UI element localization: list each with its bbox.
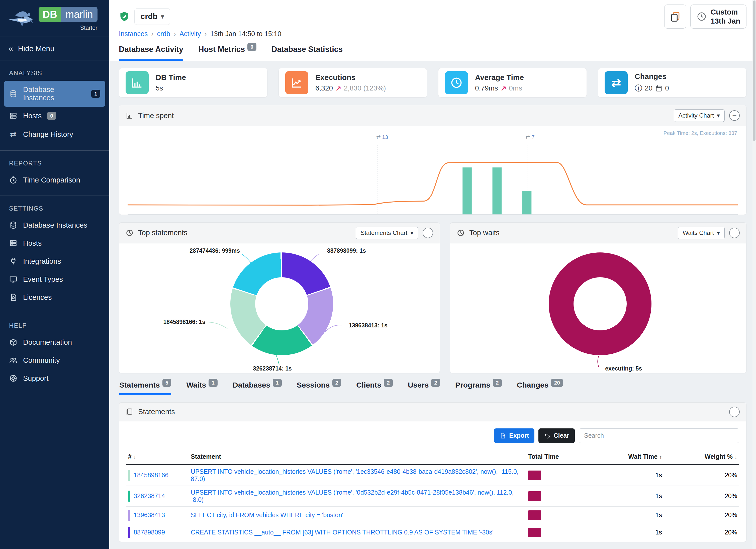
time-spent-chart[interactable]: Peak Time: 2s, Executions: 837 ⇄13 ⇄7 14… bbox=[119, 126, 746, 215]
table-row: 1845898166 UPSERT INTO vehicle_location_… bbox=[126, 465, 739, 486]
waits-donut[interactable] bbox=[549, 252, 651, 355]
statement-id-link[interactable]: 139638413 bbox=[134, 511, 165, 519]
file-export-icon bbox=[500, 432, 506, 439]
breadcrumb-link-activity[interactable]: Activity bbox=[179, 30, 201, 38]
statement-id-link[interactable]: 887898099 bbox=[134, 529, 165, 536]
sidebar-item-label: Community bbox=[23, 356, 60, 364]
clock-icon bbox=[9, 176, 18, 184]
scrollbar-thumb[interactable] bbox=[753, 1, 755, 141]
collapse-button[interactable]: − bbox=[423, 228, 433, 238]
tab-changes[interactable]: Changes20 bbox=[517, 381, 563, 395]
sidebar-item-documentation[interactable]: Documentation bbox=[0, 333, 109, 351]
wait-time-value: 1s bbox=[589, 486, 664, 506]
column-header-id[interactable]: # ↓ bbox=[126, 449, 189, 465]
tab-sessions[interactable]: Sessions2 bbox=[297, 381, 341, 395]
activity-chart-select[interactable]: Activity Chart ▾ bbox=[674, 109, 725, 122]
kpi-row: DB Time 5s Executions 6,320 ↗ 2,830 (123… bbox=[119, 68, 746, 98]
time-spent-panel: Time spent Activity Chart ▾ − Peak Time:… bbox=[119, 105, 746, 215]
change-marker[interactable]: ⇄13 bbox=[376, 134, 388, 140]
kpi-trend: 2,830 (123%) bbox=[344, 84, 386, 92]
tab-host-metrics[interactable]: Host Metrics0 bbox=[198, 45, 256, 61]
swap-icon: ⇄ bbox=[376, 134, 381, 140]
time-range-button[interactable]: Custom 13th Jan bbox=[690, 5, 746, 29]
kpi-trend: 0ms bbox=[509, 84, 522, 92]
collapse-button[interactable]: − bbox=[729, 228, 740, 238]
waits-chart-select[interactable]: Waits Chart ▾ bbox=[678, 227, 725, 239]
search-input[interactable] bbox=[579, 428, 739, 443]
package-icon bbox=[9, 338, 18, 346]
sidebar-item-label: Documentation bbox=[23, 338, 72, 346]
breadcrumb-separator: › bbox=[205, 30, 207, 38]
nav-section-help: HELP bbox=[0, 322, 109, 329]
top-header: crdb ▾ Custom 13th Jan Instances › crdb bbox=[109, 0, 756, 61]
tab-databases[interactable]: Databases1 bbox=[233, 381, 282, 395]
collapse-button[interactable]: − bbox=[729, 110, 740, 121]
export-button[interactable]: Export bbox=[494, 428, 534, 443]
sidebar-item-database-instances[interactable]: Database Instances 1 bbox=[4, 81, 105, 107]
vertical-scrollbar[interactable] bbox=[752, 0, 756, 549]
wait-time-value: 1s bbox=[589, 465, 664, 486]
statement-sql-link[interactable]: CREATE STATISTICS __auto__ FROM [63] WIT… bbox=[191, 529, 493, 536]
breadcrumb-current: 13th Jan 14:50 to 15:10 bbox=[210, 30, 281, 38]
sidebar-item-change-history[interactable]: ⇄ Change History bbox=[0, 125, 109, 144]
column-header-wait-time[interactable]: Wait Time ↑ bbox=[589, 449, 664, 465]
sidebar-item-time-comparison[interactable]: Time Comparison bbox=[0, 171, 109, 189]
tab-database-statistics[interactable]: Database Statistics bbox=[271, 45, 343, 61]
copy-button[interactable] bbox=[664, 5, 686, 29]
statement-sql-link[interactable]: UPSERT INTO vehicle_location_histories V… bbox=[191, 468, 519, 482]
instance-selector[interactable]: crdb ▾ bbox=[134, 8, 170, 25]
breadcrumb-link-crdb[interactable]: crdb bbox=[157, 30, 170, 38]
database-icon bbox=[9, 89, 18, 98]
kpi-value: 0.79ms bbox=[475, 84, 498, 92]
statements-chart-select[interactable]: Statements Chart ▾ bbox=[356, 227, 418, 239]
weight-value: 20% bbox=[664, 541, 739, 542]
count-badge: 2 bbox=[493, 379, 502, 387]
statements-donut[interactable] bbox=[230, 252, 333, 355]
statement-sql-link[interactable]: SELECT city, id FROM vehicles WHERE city… bbox=[191, 511, 343, 518]
breadcrumb: Instances › crdb › Activity › 13th Jan 1… bbox=[119, 30, 746, 38]
statement-id-link[interactable]: 1845898166 bbox=[134, 472, 168, 479]
tab-clients[interactable]: Clients2 bbox=[356, 381, 393, 395]
sidebar-item-hosts[interactable]: Hosts 0 bbox=[0, 107, 109, 125]
breadcrumb-separator: › bbox=[174, 30, 176, 38]
tab-database-activity[interactable]: Database Activity bbox=[119, 45, 183, 61]
shield-check-icon bbox=[119, 11, 130, 22]
chevron-down-icon: ▾ bbox=[717, 229, 720, 236]
collapse-button[interactable]: − bbox=[729, 407, 740, 417]
statement-id-link[interactable]: 326238714 bbox=[134, 492, 165, 500]
count-badge: 20 bbox=[551, 379, 563, 387]
sidebar-item-integrations[interactable]: Integrations bbox=[0, 252, 109, 270]
donut-label: 287474436: 999ms bbox=[162, 247, 240, 254]
trend-up-icon: ↗ bbox=[501, 84, 506, 93]
column-header-total-time[interactable]: Total Time bbox=[526, 449, 589, 465]
statements-donut-chart: 287474436: 999ms 887898099: 1s 184589816… bbox=[119, 243, 440, 373]
instance-name: crdb bbox=[141, 12, 157, 21]
sidebar-item-licences[interactable]: Licences bbox=[0, 288, 109, 306]
info-icon: ⓘ bbox=[635, 83, 642, 94]
sidebar-item-label: Support bbox=[23, 374, 49, 383]
statement-sql-link[interactable]: UPSERT INTO vehicle_location_histories V… bbox=[191, 489, 514, 503]
tab-users[interactable]: Users2 bbox=[408, 381, 440, 395]
server-icon bbox=[9, 239, 18, 247]
total-time-bar bbox=[528, 471, 541, 480]
tab-waits[interactable]: Waits1 bbox=[186, 381, 218, 395]
sidebar-item-support[interactable]: Support bbox=[0, 369, 109, 387]
column-header-statement[interactable]: Statement bbox=[189, 449, 526, 465]
kpi-info-count: 20 bbox=[645, 84, 652, 92]
change-marker[interactable]: ⇄7 bbox=[526, 134, 534, 140]
column-header-weight[interactable]: Weight % ↓ bbox=[664, 449, 739, 465]
pie-chart-icon bbox=[457, 229, 465, 237]
sidebar-item-event-types[interactable]: Event Types bbox=[0, 270, 109, 288]
tab-programs[interactable]: Programs2 bbox=[455, 381, 502, 395]
tab-statements[interactable]: Statements5 bbox=[119, 381, 171, 395]
sidebar-item-label: Database Instances bbox=[23, 221, 87, 229]
statement-color-swatch bbox=[128, 491, 130, 502]
clear-button[interactable]: Clear bbox=[538, 428, 575, 443]
brand-marlin: marlin bbox=[61, 7, 98, 22]
sidebar-item-settings-hosts[interactable]: Hosts bbox=[0, 234, 109, 252]
sidebar-item-settings-database-instances[interactable]: Database Instances bbox=[0, 216, 109, 234]
breadcrumb-link-instances[interactable]: Instances bbox=[119, 30, 148, 38]
hide-menu-button[interactable]: « Hide Menu bbox=[0, 37, 109, 60]
sidebar-item-community[interactable]: Community bbox=[0, 351, 109, 369]
kpi-value: 5s bbox=[156, 84, 163, 92]
